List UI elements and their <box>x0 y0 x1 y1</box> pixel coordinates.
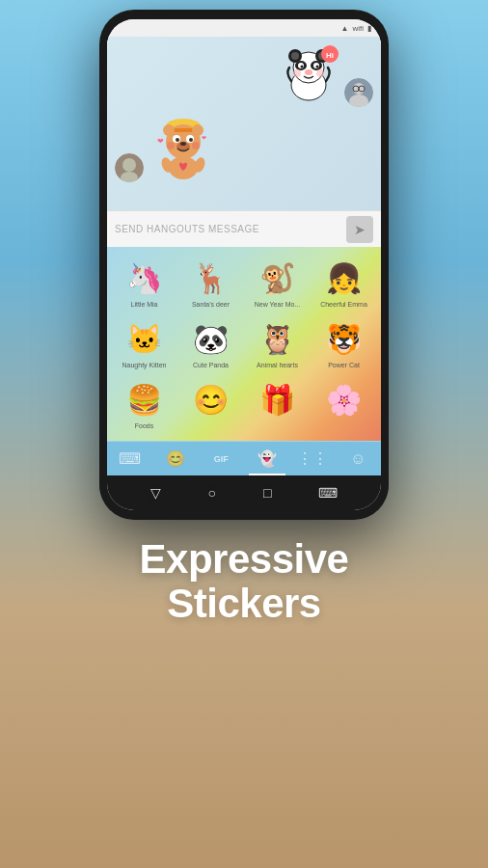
message-row-left: ❤ ❤ <box>115 115 373 182</box>
send-button[interactable]: ➤ <box>346 216 373 243</box>
keyboard-tabs: ⌨😊GIF👻⋮⋮☺ <box>107 441 381 475</box>
sticker-item-sticker4[interactable]: 🌸 <box>312 376 375 433</box>
sticker-emoji-animal-hearts: 🦉 <box>259 319 295 360</box>
svg-point-12 <box>305 69 312 75</box>
sticker-label-cheerful-emma: Cheerful Emma <box>320 301 367 308</box>
status-icons: ▲ wifi ▮ <box>341 24 371 33</box>
svg-point-10 <box>301 66 304 68</box>
sticker-label-santas-deer: Santa's deer <box>192 301 230 308</box>
bottom-text: Expressive Stickers <box>140 537 349 626</box>
sticker-label-new-year-mo: New Year Mo... <box>255 301 300 308</box>
svg-point-37 <box>192 142 200 149</box>
sticker-emoji-foods: 🍔 <box>126 380 162 420</box>
svg-point-36 <box>167 142 175 149</box>
sticker-emoji-cute-panda: 🐼 <box>193 319 229 360</box>
sticker-label-little-mia: Little Mia <box>130 301 157 308</box>
sticker-item-little-mia[interactable]: 🦄Little Mia <box>113 255 176 312</box>
sticker-label-foods: Foods <box>135 422 153 429</box>
phone-frame: ▲ wifi ▮ <box>99 10 389 520</box>
sticker-item-naughty-kitten[interactable]: 🐱Naughty Kitten <box>113 315 176 372</box>
sticker-item-power-cat[interactable]: 🐯Power Cat <box>312 315 375 372</box>
svg-text:Hi: Hi <box>326 51 334 60</box>
sticker-emoji-sticker3: 🎁 <box>259 380 295 420</box>
sticker-emoji-santas-deer: 🦌 <box>193 258 229 299</box>
svg-point-33 <box>189 138 193 142</box>
bottom-text-line2: Stickers <box>167 581 320 626</box>
svg-point-23 <box>121 172 138 182</box>
message-input[interactable]: SEND HANGOUTS MESSAGE <box>115 224 346 234</box>
chat-messages: Hi <box>115 44 373 182</box>
battery-icon: ▮ <box>367 24 371 33</box>
sticker-emoji-naughty-kitten: 🐱 <box>126 319 162 360</box>
keyboard-tab-ghost[interactable]: 👻 <box>244 442 289 475</box>
svg-point-28 <box>163 124 175 136</box>
sticker-item-animal-hearts[interactable]: 🦉Animal hearts <box>246 315 309 372</box>
sticker-label-power-cat: Power Cat <box>328 362 360 368</box>
panda-sticker: Hi <box>278 44 340 107</box>
sticker-emoji-new-year-mo: 🐒 <box>259 258 295 299</box>
signal-icon: ▲ <box>341 24 349 33</box>
svg-point-35 <box>180 142 186 146</box>
keyboard-tab-grid[interactable]: ⋮⋮ <box>289 442 335 475</box>
sticker-emoji-cheerful-emma: 👧 <box>326 258 362 299</box>
sticker-grid: 🦄Little Mia🦌Santa's deer🐒New Year Mo...👧… <box>113 255 375 433</box>
sticker-label-cute-panda: Cute Panda <box>193 362 229 368</box>
svg-point-18 <box>349 95 368 107</box>
keyboard-nav-icon[interactable]: ⌨ <box>318 485 338 501</box>
sticker-emoji-sticker2: 😊 <box>193 380 229 420</box>
sticker-item-new-year-mo[interactable]: 🐒New Year Mo... <box>246 255 309 312</box>
phone-screen: ▲ wifi ▮ <box>107 19 381 510</box>
status-bar: ▲ wifi ▮ <box>107 19 381 37</box>
wifi-icon: wifi <box>352 24 364 33</box>
keyboard-tab-gif[interactable]: GIF <box>199 442 244 475</box>
message-row-right: Hi <box>115 44 373 107</box>
sticker-item-cheerful-emma[interactable]: 👧Cheerful Emma <box>312 255 375 312</box>
sticker-panel: 🦄Little Mia🦌Santa's deer🐒New Year Mo...👧… <box>107 247 381 441</box>
sticker-emoji-sticker4: 🌸 <box>326 380 362 420</box>
keyboard-tab-face[interactable]: ☺ <box>336 442 381 475</box>
recents-nav-icon[interactable]: □ <box>263 485 271 501</box>
sticker-item-sticker2[interactable]: 😊 <box>179 376 242 433</box>
keyboard-tab-emoji[interactable]: 😊 <box>152 442 198 475</box>
input-bar[interactable]: SEND HANGOUTS MESSAGE ➤ <box>107 210 381 247</box>
svg-point-32 <box>176 138 179 142</box>
sticker-item-santas-deer[interactable]: 🦌Santa's deer <box>179 255 242 312</box>
sticker-emoji-little-mia: 🦄 <box>126 258 162 299</box>
home-nav-icon[interactable]: ○ <box>208 485 216 501</box>
svg-text:❤: ❤ <box>157 137 164 146</box>
svg-point-11 <box>316 66 319 68</box>
bear-sticker: ❤ ❤ <box>149 115 217 182</box>
svg-point-14 <box>316 69 324 77</box>
avatar-right <box>344 78 373 107</box>
svg-point-22 <box>122 158 136 172</box>
chat-area: Hi <box>107 37 381 210</box>
keyboard-tab-recent[interactable]: ⌨ <box>107 442 152 475</box>
sticker-item-cute-panda[interactable]: 🐼Cute Panda <box>179 315 242 372</box>
nav-bar: ▽ ○ □ ⌨ <box>107 475 381 510</box>
sticker-item-foods[interactable]: 🍔Foods <box>113 376 176 433</box>
sticker-label-naughty-kitten: Naughty Kitten <box>122 362 167 368</box>
avatar-left <box>115 153 144 182</box>
sticker-label-animal-hearts: Animal hearts <box>257 362 298 368</box>
svg-point-13 <box>293 69 301 77</box>
svg-text:❤: ❤ <box>202 135 206 141</box>
svg-point-3 <box>291 52 299 60</box>
sticker-emoji-power-cat: 🐯 <box>326 319 362 360</box>
bottom-text-line1: Expressive <box>140 536 349 582</box>
back-nav-icon[interactable]: ▽ <box>150 485 161 501</box>
sticker-item-sticker3[interactable]: 🎁 <box>246 376 309 433</box>
